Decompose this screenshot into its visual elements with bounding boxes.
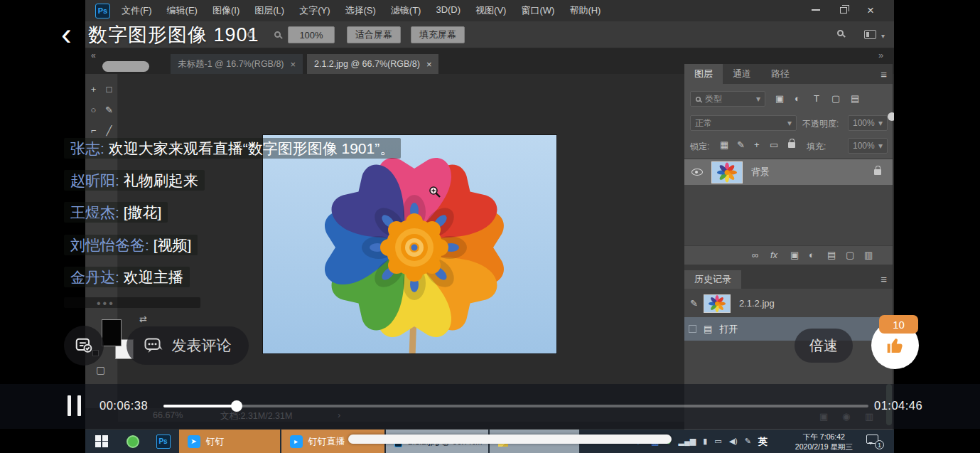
quick-mask-icon[interactable]: ▢ bbox=[96, 364, 105, 375]
start-button[interactable] bbox=[85, 430, 118, 453]
blend-mode-select[interactable]: 正常 ▾ bbox=[690, 115, 797, 131]
menu-view[interactable]: 视图(V) bbox=[475, 4, 506, 17]
chat-username[interactable]: 赵昕阳: bbox=[70, 172, 119, 188]
history-snapshot-row[interactable]: ✎ 2.1.2.jpg bbox=[684, 292, 893, 315]
tab-close-icon[interactable]: × bbox=[426, 59, 432, 70]
seek-handle[interactable] bbox=[231, 400, 242, 412]
layer-row-background[interactable]: 背景 bbox=[684, 159, 893, 185]
snapshot-brush-icon[interactable]: ✎ bbox=[690, 298, 698, 309]
menu-type[interactable]: 文字(Y) bbox=[299, 4, 330, 17]
live-title: 数字图形图像 1901 bbox=[88, 22, 259, 48]
adjustment-layer-icon[interactable]: ◐ bbox=[809, 250, 814, 260]
playback-speed-button[interactable]: 倍速 bbox=[795, 329, 853, 363]
history-menu-icon[interactable]: ≡ bbox=[881, 273, 887, 285]
collapse-panel-icon[interactable]: « bbox=[91, 50, 96, 60]
layer-thumbnail[interactable] bbox=[711, 161, 743, 183]
volume-icon[interactable]: ◀) bbox=[729, 437, 738, 446]
tab-layers[interactable]: 图层 bbox=[684, 64, 723, 84]
layer-mask-icon[interactable]: ▣ bbox=[790, 250, 799, 260]
close-icon[interactable]: × bbox=[867, 4, 874, 16]
lock-all-icon[interactable] bbox=[788, 142, 795, 148]
tab-untitled[interactable]: 未标题-1 @ 16.7%(RGB/8) × bbox=[171, 54, 303, 74]
fill-select[interactable]: 100% ▾ bbox=[848, 138, 888, 154]
menu-file[interactable]: 文件(F) bbox=[122, 4, 152, 17]
chat-username[interactable]: 金丹达: bbox=[70, 269, 119, 285]
collapse-panels-icon[interactable]: » bbox=[878, 50, 883, 60]
menu-layer[interactable]: 图层(L) bbox=[254, 4, 284, 17]
menu-edit[interactable]: 编辑(E) bbox=[167, 4, 198, 17]
link-layers-icon[interactable]: ∞ bbox=[752, 250, 758, 260]
fill-screen-button[interactable]: 填充屏幕 bbox=[411, 26, 465, 43]
clock-time: 下午 7:06:42 bbox=[795, 432, 853, 442]
history-source-checkbox[interactable] bbox=[689, 325, 696, 333]
menu-help[interactable]: 帮助(H) bbox=[569, 4, 601, 17]
foreground-color-swatch[interactable] bbox=[102, 319, 122, 346]
pause-button[interactable] bbox=[68, 395, 81, 416]
layer-filter-select[interactable]: 类型 ▾ bbox=[690, 91, 765, 107]
browser-taskbar-icon[interactable] bbox=[118, 430, 148, 453]
fill-label: 填充: bbox=[807, 141, 826, 153]
menu-window[interactable]: 窗口(W) bbox=[521, 4, 554, 17]
history-open-row[interactable]: ▤ 打开 bbox=[684, 317, 893, 341]
usb-icon[interactable]: ▮ bbox=[703, 437, 707, 446]
lasso-tool-icon[interactable]: ○ bbox=[86, 105, 102, 115]
swap-colors-icon[interactable]: ⇄ bbox=[139, 314, 147, 324]
fit-screen-button[interactable]: 适合屏幕 bbox=[347, 26, 401, 43]
workspace-icon[interactable] bbox=[864, 30, 876, 39]
chat-username[interactable]: 刘恺怡爸爸: bbox=[70, 237, 149, 253]
chat-username[interactable]: 王煜杰: bbox=[70, 204, 119, 220]
layer-group-icon[interactable]: ▤ bbox=[827, 250, 836, 260]
notification-badge: 1 bbox=[875, 440, 884, 449]
menu-image[interactable]: 图像(I) bbox=[212, 4, 239, 17]
taskbar-clock[interactable]: 下午 7:06:42 2020/2/19 星期三 bbox=[795, 432, 853, 452]
tab-212jpg[interactable]: 2.1.2.jpg @ 66.7%(RGB/8) × bbox=[307, 54, 438, 74]
delete-layer-icon[interactable]: ▥ bbox=[864, 250, 873, 260]
taskbar-item-dingtalk[interactable]: ➤ 钉钉 bbox=[179, 430, 280, 453]
pen-icon[interactable]: ✎ bbox=[745, 437, 751, 446]
menu-filter[interactable]: 滤镜(T) bbox=[391, 4, 421, 17]
chevron-down-icon[interactable]: ▾ bbox=[881, 32, 885, 40]
tab-channels[interactable]: 通道 bbox=[723, 64, 761, 84]
panel-menu-icon[interactable]: ≡ bbox=[881, 68, 887, 80]
new-layer-icon[interactable]: ▢ bbox=[846, 250, 854, 260]
eyedropper-tool-icon[interactable]: ╱ bbox=[102, 125, 117, 136]
photoshop-taskbar-icon[interactable]: Ps bbox=[148, 430, 179, 453]
restore-icon[interactable] bbox=[840, 7, 847, 14]
filter-smartobject-icon[interactable]: ▤ bbox=[851, 93, 859, 104]
menu-select[interactable]: 选择(S) bbox=[345, 4, 375, 17]
filter-pixel-icon[interactable]: ▣ bbox=[775, 93, 784, 104]
input-method-indicator[interactable]: 英 bbox=[758, 435, 768, 448]
tab-paths[interactable]: 路径 bbox=[761, 64, 799, 84]
sign-in-button[interactable] bbox=[64, 326, 104, 366]
device-icon[interactable]: ▭ bbox=[714, 437, 721, 446]
move-tool-icon[interactable]: + bbox=[86, 84, 102, 95]
filter-toggle-icon[interactable] bbox=[888, 112, 894, 121]
home-indicator[interactable] bbox=[348, 435, 672, 444]
zoom-level-button[interactable]: 100% bbox=[288, 26, 335, 43]
lock-transparency-icon[interactable]: ▦ bbox=[720, 139, 728, 150]
search-icon[interactable] bbox=[837, 30, 844, 36]
menu-3d[interactable]: 3D(D) bbox=[436, 4, 461, 17]
network-signal-icon[interactable]: ▂▄▆ bbox=[678, 437, 696, 446]
lock-artboard-icon[interactable]: ▭ bbox=[770, 139, 778, 150]
post-comment-button[interactable]: 发表评论 bbox=[126, 326, 249, 365]
opacity-select[interactable]: 100% ▾ bbox=[848, 115, 888, 131]
layer-fx-icon[interactable]: fx bbox=[770, 250, 777, 260]
chat-username[interactable]: 张志: bbox=[70, 140, 104, 156]
minimize-icon[interactable] bbox=[812, 9, 820, 11]
tab-close-icon[interactable]: × bbox=[291, 59, 296, 70]
filter-adjustment-icon[interactable]: ◐ bbox=[795, 93, 800, 104]
back-button[interactable]: ‹ bbox=[61, 18, 72, 50]
tab-history[interactable]: 历史记录 bbox=[684, 270, 741, 289]
filter-shape-icon[interactable]: ▢ bbox=[831, 93, 840, 104]
crop-tool-icon[interactable]: ⌐ bbox=[86, 125, 102, 136]
brush-tool-icon[interactable]: ✎ bbox=[102, 105, 117, 115]
filter-type-icon[interactable]: T bbox=[814, 93, 819, 104]
marquee-tool-icon[interactable]: □ bbox=[102, 84, 117, 95]
visibility-eye-icon[interactable] bbox=[691, 169, 703, 176]
history-panel-header: 历史记录 ≡ bbox=[684, 270, 893, 289]
zoom-out-icon[interactable] bbox=[274, 31, 281, 38]
seek-bar[interactable] bbox=[163, 405, 868, 407]
lock-pixels-icon[interactable]: ✎ bbox=[737, 139, 745, 150]
lock-position-icon[interactable]: + bbox=[754, 139, 760, 150]
